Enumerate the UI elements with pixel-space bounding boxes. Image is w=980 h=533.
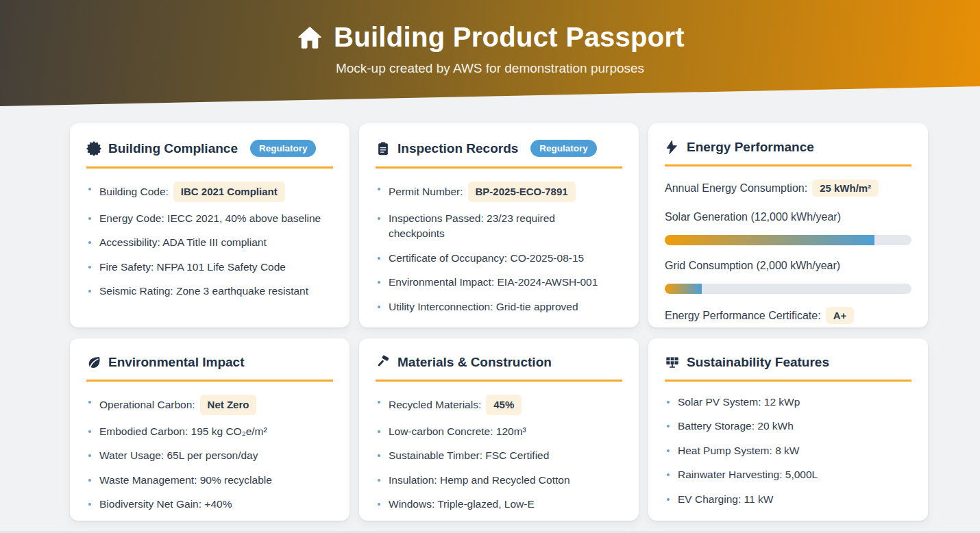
card-title: Inspection Records [397, 141, 518, 156]
list-item: EV Charging: 11 kW [665, 492, 911, 507]
page-header: Building Product Passport Mock-up create… [0, 0, 980, 107]
card-header: Building Compliance Regulatory [86, 140, 333, 169]
card-header: Materials & Construction [376, 355, 622, 382]
value-chip: IBC 2021 Compliant [173, 182, 285, 202]
card-sustainability-features: Sustainability Features Solar PV System:… [648, 338, 928, 521]
grid-consumption-bar [665, 284, 911, 294]
certificate-chip: A+ [826, 307, 855, 324]
list-item: Embodied Carbon: 195 kg CO₂e/m² [86, 424, 333, 439]
page-title: Building Product Passport [334, 22, 685, 53]
lightning-bolt-icon [665, 140, 680, 155]
grid-consumption-label: Grid Consumption (2,000 kWh/year) [665, 260, 911, 272]
list-item: Rainwater Harvesting: 5,000L [665, 467, 911, 482]
list-item: Inspections Passed: 23/23 required check… [376, 211, 602, 242]
list-item: Sustainable Timber: FSC Certified [376, 448, 622, 463]
list-item: Low-carbon Concrete: 120m³ [376, 424, 622, 439]
list-item: Environmental Impact: EIA-2024-AWSH-001 [376, 275, 622, 290]
value-chip: Net Zero [200, 395, 257, 415]
regulatory-badge: Regulatory [250, 140, 317, 157]
page-subtitle: Mock-up created by AWS for demonstration… [0, 61, 980, 76]
list-item: Energy Code: IECC 2021, 40% above baseli… [86, 211, 333, 226]
card-grid: Building Compliance Regulatory Building … [70, 123, 928, 521]
leaf-icon [86, 355, 101, 370]
compliance-list: Building Code:IBC 2021 Compliant Energy … [86, 182, 333, 299]
list-item: Certificate of Occupancy: CO-2025-08-15 [376, 251, 622, 266]
card-inspection-records: Inspection Records Regulatory Permit Num… [359, 123, 639, 327]
sustainability-list: Solar PV System: 12 kWp Battery Storage:… [665, 395, 911, 507]
item-label: Operational Carbon: [99, 399, 195, 410]
list-item: Operational Carbon:Net Zero [86, 395, 333, 415]
certificate-row: Energy Performance Certificate: A+ [665, 307, 911, 324]
value-chip: 45% [486, 395, 522, 415]
item-label: Recycled Materials: [389, 399, 481, 410]
annual-consumption-chip: 25 kWh/m² [812, 179, 879, 197]
value-chip: BP-2025-ECO-7891 [468, 182, 576, 202]
list-item: Water Usage: 65L per person/day [86, 448, 333, 463]
certificate-seal-icon [86, 141, 101, 156]
home-icon [295, 23, 324, 52]
list-item: Fire Safety: NFPA 101 Life Safety Code [86, 260, 333, 275]
list-item: Battery Storage: 20 kWh [665, 419, 911, 434]
card-title: Building Compliance [108, 141, 238, 156]
inspection-list: Permit Number:BP-2025-ECO-7891 Inspectio… [376, 182, 622, 314]
list-item: Recycled Materials:45% [376, 395, 622, 415]
clipboard-icon [376, 141, 391, 156]
list-item: Waste Management: 90% recyclable [86, 473, 333, 488]
solar-panel-icon [665, 355, 680, 370]
card-building-compliance: Building Compliance Regulatory Building … [70, 123, 350, 327]
environmental-list: Operational Carbon:Net Zero Embodied Car… [86, 395, 333, 512]
list-item: Utility Interconnection: Grid-tie approv… [376, 299, 622, 314]
item-label: Building Code: [99, 186, 169, 197]
card-header: Inspection Records Regulatory [376, 140, 622, 169]
solar-generation-label: Solar Generation (12,000 kWh/year) [665, 211, 911, 223]
card-title: Materials & Construction [397, 355, 552, 370]
card-materials-construction: Materials & Construction Recycled Materi… [359, 338, 639, 521]
grid-consumption-bar-fill [665, 284, 702, 294]
materials-list: Recycled Materials:45% Low-carbon Concre… [376, 395, 622, 512]
list-item: Biodiversity Net Gain: +40% [86, 497, 333, 512]
certificate-label: Energy Performance Certificate: [665, 310, 821, 322]
hammer-icon [376, 355, 391, 370]
list-item: Heat Pump System: 8 kW [665, 443, 911, 458]
list-item: Solar PV System: 12 kWp [665, 395, 911, 410]
card-header: Sustainability Features [665, 355, 911, 382]
regulatory-badge: Regulatory [530, 140, 597, 157]
list-item: Building Code:IBC 2021 Compliant [86, 182, 333, 202]
item-label: Permit Number: [389, 186, 463, 197]
annual-consumption-row: Annual Energy Consumption: 25 kWh/m² [665, 179, 911, 197]
list-item: Seismic Rating: Zone 3 earthquake resist… [86, 284, 333, 299]
solar-generation-bar-fill [665, 235, 874, 245]
solar-generation-bar [665, 235, 911, 245]
header-title-row: Building Product Passport [0, 0, 980, 53]
card-title: Environmental Impact [108, 355, 245, 370]
card-energy-performance: Energy Performance Annual Energy Consump… [648, 123, 928, 327]
list-item: Permit Number:BP-2025-ECO-7891 [376, 182, 622, 202]
annual-consumption-label: Annual Energy Consumption: [665, 182, 807, 195]
list-item: Insulation: Hemp and Recycled Cotton [376, 473, 622, 488]
list-item: Accessibility: ADA Title III compliant [86, 235, 333, 250]
list-item: Windows: Triple-glazed, Low-E [376, 497, 622, 512]
card-environmental-impact: Environmental Impact Operational Carbon:… [70, 338, 350, 521]
card-header: Energy Performance [665, 140, 911, 166]
card-header: Environmental Impact [86, 355, 333, 382]
card-title: Energy Performance [687, 140, 814, 155]
card-title: Sustainability Features [687, 355, 829, 370]
